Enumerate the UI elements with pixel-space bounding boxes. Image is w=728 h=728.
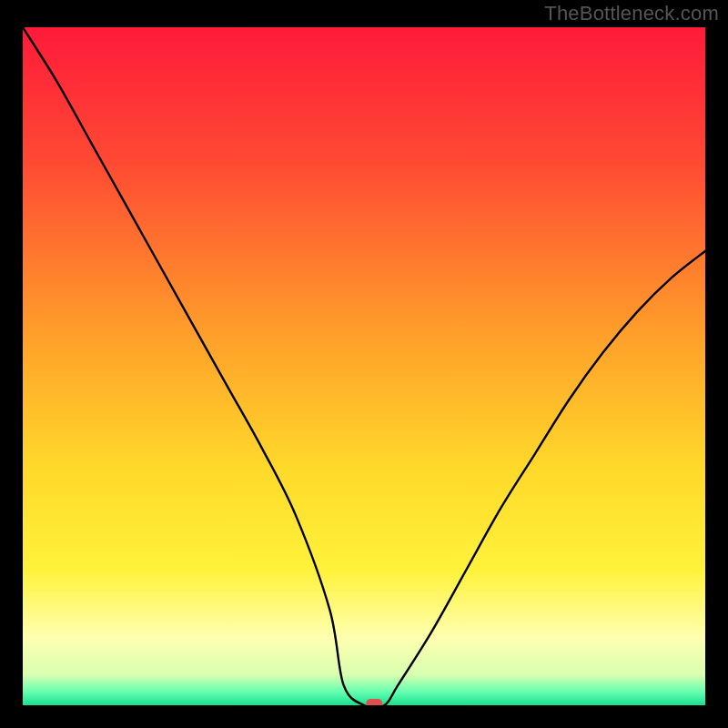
- chart-background: [23, 27, 705, 705]
- bottleneck-chart: [23, 27, 705, 705]
- watermark-text: TheBottleneck.com: [544, 2, 719, 25]
- plot-area: [23, 27, 705, 705]
- chart-frame: TheBottleneck.com: [0, 0, 728, 728]
- optimal-marker: [366, 699, 382, 705]
